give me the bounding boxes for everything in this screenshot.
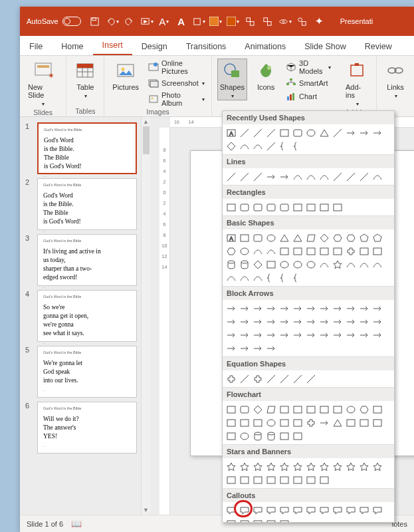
shape-item[interactable]	[345, 316, 356, 327]
shape-item[interactable]	[292, 201, 303, 213]
shape-item[interactable]	[252, 505, 263, 516]
shape-item[interactable]	[239, 272, 250, 283]
shape-item[interactable]	[292, 417, 303, 428]
shape-item[interactable]	[252, 461, 263, 472]
font-a-icon[interactable]: A	[174, 14, 189, 29]
shape-item[interactable]	[292, 430, 303, 442]
shape-item[interactable]	[292, 505, 303, 516]
shape-item[interactable]	[225, 171, 237, 182]
shape-item[interactable]	[345, 505, 356, 516]
shape-item[interactable]	[252, 518, 263, 523]
shape-item[interactable]	[252, 259, 263, 270]
font-icon[interactable]: A▾	[157, 14, 171, 29]
shape-item[interactable]	[305, 417, 316, 428]
shape-item[interactable]	[332, 404, 343, 415]
thumb-row[interactable]: 5God's Word is the BibleWe're gonna letG…	[20, 346, 141, 398]
shape-item[interactable]	[332, 232, 343, 243]
shape-item[interactable]	[265, 373, 276, 384]
shape-item[interactable]	[358, 171, 369, 182]
shape-item[interactable]	[292, 329, 303, 340]
thumb-row[interactable]: 4God's Word is the BibleSo we'regonna ge…	[20, 290, 141, 342]
tab-file[interactable]: File	[20, 38, 52, 55]
shapes-qat-icon[interactable]	[295, 14, 310, 29]
shape-item[interactable]	[239, 461, 250, 472]
thumb-row[interactable]: 6God's Word is the BibleWill we do it?Th…	[20, 402, 141, 454]
smartart-button[interactable]: SmartArt	[284, 77, 332, 89]
shape-item[interactable]	[252, 474, 263, 485]
shape-item[interactable]	[265, 245, 276, 257]
shape-item[interactable]	[345, 127, 356, 138]
shape-item[interactable]	[225, 373, 237, 384]
shape-item[interactable]	[265, 474, 276, 485]
shape-item[interactable]	[265, 272, 276, 283]
shape-item[interactable]	[371, 461, 383, 472]
shape-item[interactable]	[318, 232, 330, 243]
shape-item[interactable]	[278, 201, 290, 213]
shape-item[interactable]	[371, 316, 383, 327]
shape-item[interactable]	[371, 245, 383, 257]
shape-item[interactable]	[278, 430, 290, 442]
shape-item[interactable]	[239, 201, 250, 213]
shape-item[interactable]	[292, 474, 303, 485]
shape-item[interactable]	[278, 329, 290, 340]
shape-item[interactable]	[252, 171, 263, 182]
shape-item[interactable]	[225, 430, 237, 442]
group2-icon[interactable]	[260, 14, 275, 29]
shape-item[interactable]	[225, 342, 237, 354]
shape-item[interactable]	[318, 474, 330, 485]
tab-home[interactable]: Home	[52, 38, 92, 55]
shape-item[interactable]	[225, 272, 237, 283]
shape-item[interactable]	[239, 430, 250, 442]
shape-item[interactable]	[358, 303, 369, 314]
3d-models-button[interactable]: 3D Models ▾	[284, 59, 332, 76]
shape-item[interactable]	[225, 461, 237, 472]
shape-item[interactable]	[292, 461, 303, 472]
shape-item[interactable]	[332, 329, 343, 340]
shape-item[interactable]	[305, 127, 316, 138]
slide-thumb[interactable]: God's Word is the BibleIt's living and a…	[37, 234, 137, 286]
shape-item[interactable]	[305, 171, 316, 182]
shape-item[interactable]	[345, 245, 356, 257]
shape-item[interactable]	[252, 245, 263, 257]
shape-item[interactable]	[318, 259, 330, 270]
shape-item[interactable]	[225, 404, 237, 415]
shape-item[interactable]	[358, 404, 369, 415]
shape-item[interactable]	[225, 140, 237, 152]
shape-item[interactable]	[358, 417, 369, 428]
shape-item[interactable]	[239, 505, 250, 516]
shape-item[interactable]	[318, 316, 330, 327]
shape-item[interactable]	[292, 373, 303, 384]
shape-item[interactable]	[239, 474, 250, 485]
shape-item[interactable]	[239, 245, 250, 257]
thumb-row[interactable]: 2God's Word is the BibleGod's Wordis the…	[20, 178, 141, 230]
shape-item[interactable]	[265, 342, 276, 354]
shape-item[interactable]	[318, 417, 330, 428]
shape-item[interactable]	[278, 373, 290, 384]
shape-item[interactable]	[332, 127, 343, 138]
shape-item[interactable]	[371, 259, 383, 270]
shape-item[interactable]	[305, 245, 316, 257]
shape-item[interactable]	[239, 127, 250, 138]
shape-item[interactable]	[239, 259, 250, 270]
shape-item[interactable]	[318, 461, 330, 472]
shape-item[interactable]	[225, 518, 237, 523]
shape-item[interactable]	[225, 316, 237, 327]
shape-item[interactable]	[305, 329, 316, 340]
shape-item[interactable]	[265, 404, 276, 415]
shape-item[interactable]	[252, 373, 263, 384]
shape-item[interactable]: A	[225, 232, 237, 243]
shape-item[interactable]	[358, 505, 369, 516]
screenshot-button[interactable]: Screenshot▾	[147, 77, 206, 89]
shape-item[interactable]	[358, 259, 369, 270]
shape-item[interactable]	[265, 201, 276, 213]
shape-item[interactable]	[332, 316, 343, 327]
shape-item[interactable]	[252, 140, 263, 152]
shape-item[interactable]	[305, 404, 316, 415]
shape-item[interactable]	[345, 171, 356, 182]
shape-item[interactable]	[292, 232, 303, 243]
shape-item[interactable]	[278, 417, 290, 428]
tab-slideshow[interactable]: Slide Show	[295, 38, 356, 55]
shape-item[interactable]	[318, 303, 330, 314]
slide-thumb[interactable]: God's Word is the BibleGod's Wordis the …	[37, 122, 137, 174]
shape-item[interactable]	[225, 303, 237, 314]
